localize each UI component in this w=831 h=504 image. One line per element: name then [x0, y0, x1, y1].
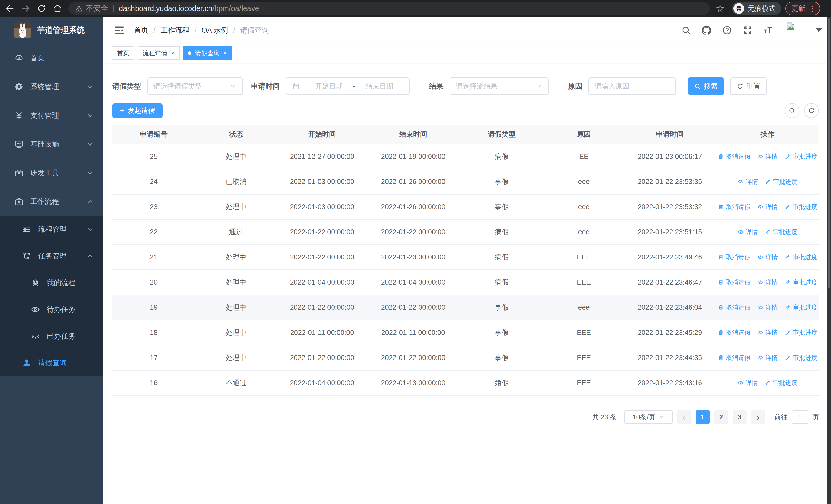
- tab-首页[interactable]: 首页: [112, 47, 135, 60]
- cell-actions: 取消请假详情审批进度: [716, 328, 819, 337]
- action-detail-link[interactable]: 详情: [757, 253, 778, 261]
- fullscreen-icon[interactable]: [743, 25, 752, 35]
- action-detail-link[interactable]: 详情: [757, 278, 778, 287]
- browser-home-icon[interactable]: [51, 2, 64, 14]
- leave-type-select[interactable]: 请选择请假类型: [147, 78, 243, 95]
- close-icon[interactable]: ×: [171, 50, 174, 56]
- breadcrumb-item[interactable]: OA 示例: [202, 25, 228, 35]
- breadcrumb-item[interactable]: 工作流程: [161, 25, 190, 35]
- close-icon[interactable]: ×: [223, 50, 227, 56]
- next-page-button[interactable]: ›: [751, 410, 765, 424]
- sidebar-item-done-tasks[interactable]: 已办任务: [0, 323, 103, 350]
- result-select[interactable]: 请选择流结果: [450, 78, 549, 95]
- action-cancel-link[interactable]: 取消请假: [718, 253, 751, 261]
- browser-back-icon[interactable]: [4, 2, 16, 14]
- action-cancel-link[interactable]: 取消请假: [718, 354, 751, 362]
- sidebar-item-leave-query[interactable]: 请假查询: [0, 350, 103, 376]
- action-cancel-link[interactable]: 取消请假: [718, 152, 751, 161]
- sidebar-item-task-mgmt[interactable]: 任务管理: [0, 243, 103, 269]
- tab-流程详情[interactable]: 流程详情×: [138, 47, 180, 60]
- cell-status: 处理中: [195, 253, 277, 262]
- chevron-down-icon: [87, 112, 93, 119]
- sidebar-item-devtools[interactable]: 研发工具: [0, 158, 103, 187]
- browser-forward-icon[interactable]: [20, 2, 32, 14]
- page-button-3[interactable]: 3: [733, 410, 747, 424]
- cell-end: 2022-01-22 00:00:00: [367, 304, 459, 312]
- table-body: 25处理中2021-12-27 00:00:002022-01-19 00:00…: [112, 144, 819, 396]
- result-label: 结果: [429, 81, 443, 91]
- action-progress-link[interactable]: 审批进度: [765, 228, 798, 236]
- cell-reason: EEE: [544, 278, 624, 287]
- action-progress-link[interactable]: 审批进度: [784, 354, 818, 362]
- face-icon: [31, 278, 40, 288]
- action-detail-link[interactable]: 详情: [757, 354, 778, 362]
- action-progress-link[interactable]: 审批进度: [784, 328, 818, 337]
- sidebar-item-infra[interactable]: 基础设施: [0, 130, 103, 158]
- page-button-1[interactable]: 1: [696, 410, 710, 424]
- sidebar-item-workflow[interactable]: 工作流程: [0, 187, 103, 216]
- github-icon[interactable]: [701, 25, 711, 35]
- action-detail-link[interactable]: 详情: [738, 379, 758, 387]
- page-button-2[interactable]: 2: [714, 410, 728, 424]
- action-detail-link[interactable]: 详情: [757, 152, 778, 161]
- reset-button[interactable]: 重置: [730, 78, 767, 95]
- apply-time-range-picker[interactable]: 开始日期 - 结束日期: [286, 78, 409, 95]
- action-cancel-link[interactable]: 取消请假: [718, 328, 751, 337]
- browser-reload-icon[interactable]: [35, 2, 48, 14]
- action-cancel-link[interactable]: 取消请假: [718, 303, 751, 312]
- sidebar-item-todo-tasks[interactable]: 待办任务: [0, 296, 103, 323]
- action-cancel-link[interactable]: 取消请假: [718, 203, 751, 211]
- app-logo[interactable]: 芋道管理系统: [0, 17, 103, 43]
- cell-id: 19: [112, 304, 195, 312]
- sidebar-item-system[interactable]: 系统管理: [0, 72, 103, 101]
- action-progress-link[interactable]: 审批进度: [784, 278, 818, 287]
- action-progress-link[interactable]: 审批进度: [784, 152, 818, 161]
- font-size-icon[interactable]: [763, 25, 773, 35]
- sidebar-collapse-icon[interactable]: [114, 25, 125, 36]
- sidebar-item-process-mgmt[interactable]: 流程管理: [0, 216, 103, 243]
- action-detail-link[interactable]: 详情: [738, 178, 758, 186]
- breadcrumb-item[interactable]: 首页: [134, 25, 148, 35]
- action-progress-link[interactable]: 审批进度: [784, 253, 818, 261]
- reason-input[interactable]: 请输入原因: [589, 78, 676, 95]
- refresh-table-button[interactable]: [804, 103, 819, 118]
- sidebar-item-payment[interactable]: 支付管理: [0, 101, 103, 130]
- show-search-toggle-button[interactable]: [784, 103, 799, 118]
- action-detail-link[interactable]: 详情: [757, 328, 778, 337]
- action-detail-link[interactable]: 详情: [757, 203, 778, 211]
- action-detail-link[interactable]: 详情: [738, 228, 758, 236]
- action-progress-link[interactable]: 审批进度: [765, 178, 798, 186]
- goto-page-input[interactable]: 1: [792, 410, 808, 424]
- bookmark-star-icon[interactable]: ☆: [716, 3, 725, 13]
- date-start-placeholder: 开始日期: [305, 82, 353, 91]
- action-progress-link[interactable]: 审批进度: [784, 303, 818, 312]
- action-progress-link[interactable]: 审批进度: [784, 203, 818, 211]
- chevron-down-icon[interactable]: [816, 28, 822, 32]
- scrollbar-thumb[interactable]: [828, 19, 830, 288]
- address-bar[interactable]: 不安全 dashboard.yudao.iocoder.cn/bpm/oa/le…: [68, 2, 710, 15]
- avatar[interactable]: [784, 20, 805, 41]
- browser-menu-icon[interactable]: ⋮: [808, 4, 816, 13]
- sidebar-item-home[interactable]: 首页: [0, 43, 103, 72]
- action-detail-link[interactable]: 详情: [757, 303, 778, 312]
- cell-actions: 详情审批进度: [716, 379, 819, 387]
- cell-start: 2022-01-22 00:00:00: [277, 228, 367, 236]
- cell-id: 24: [112, 178, 195, 186]
- browser-update-button[interactable]: 更新 ⋮: [785, 2, 820, 16]
- create-leave-button[interactable]: + 发起请假: [112, 103, 163, 118]
- eye-small-icon: [738, 179, 744, 185]
- sidebar-item-my-process[interactable]: 我的流程: [0, 269, 103, 296]
- action-cancel-link[interactable]: 取消请假: [718, 278, 751, 287]
- help-icon[interactable]: [722, 25, 732, 35]
- action-progress-link[interactable]: 审批进度: [765, 379, 798, 387]
- search-button[interactable]: 搜索: [688, 78, 724, 95]
- broken-image-icon: [786, 22, 795, 31]
- search-icon[interactable]: [681, 25, 691, 35]
- prev-page-button[interactable]: ‹: [677, 410, 691, 424]
- cell-type: 事假: [459, 303, 544, 312]
- tab-请假查询[interactable]: 请假查询×: [183, 47, 232, 60]
- cell-end: 2022-01-22 00:00:00: [367, 228, 459, 236]
- page-size-select[interactable]: 10条/页: [624, 410, 672, 424]
- cell-applied: 2022-01-22 23:45:29: [624, 329, 716, 337]
- page-scrollbar[interactable]: [827, 17, 831, 504]
